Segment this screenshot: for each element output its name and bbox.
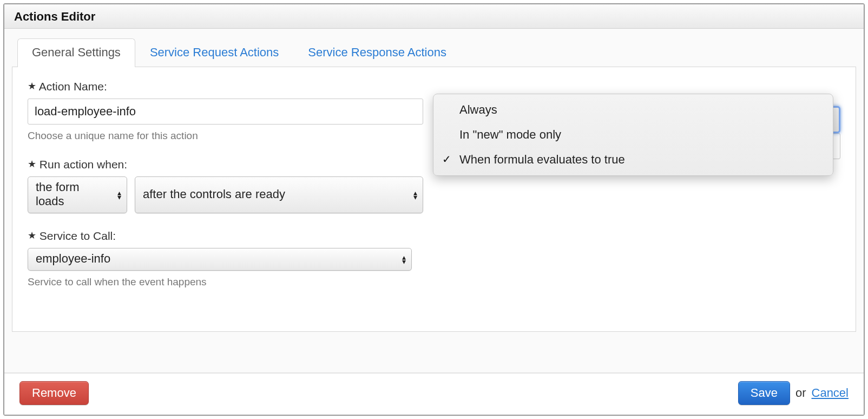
run-action-when-label: ★ Run action when: (28, 158, 423, 171)
action-name-label-text: Action Name: (39, 80, 107, 93)
dialog-body: General Settings Service Request Actions… (4, 29, 864, 372)
dialog-title: Actions Editor (4, 4, 864, 29)
remove-button[interactable]: Remove (19, 381, 89, 405)
service-hint: Service to call when the event happens (28, 276, 423, 288)
service-to-call-select[interactable]: employee-info (28, 248, 412, 271)
chevron-updown-icon (413, 191, 417, 199)
dialog-footer: Remove Save or Cancel (4, 372, 864, 415)
run-when-phase-select[interactable]: after the controls are ready (135, 176, 423, 213)
chevron-updown-icon (402, 255, 406, 264)
run-when-phase-value: after the controls are ready (143, 187, 285, 201)
action-name-input[interactable] (28, 99, 423, 125)
required-star-icon: ★ (28, 159, 36, 169)
service-label-text: Service to Call: (40, 230, 116, 242)
action-name-label: ★ Action Name: (28, 80, 423, 93)
or-text: or (795, 386, 806, 400)
tab-bar: General Settings Service Request Actions… (17, 38, 856, 67)
condition-option-always[interactable]: Always (433, 97, 833, 122)
condition-option-formula-true[interactable]: When formula evaluates to true (433, 147, 833, 172)
tab-general-settings[interactable]: General Settings (17, 38, 135, 67)
condition-option-new-mode[interactable]: In "new" mode only (433, 122, 833, 147)
service-to-call-label: ★ Service to Call: (28, 230, 423, 243)
run-when-trigger-select[interactable]: the form loads (28, 176, 127, 213)
run-when-label-text: Run action when: (40, 158, 127, 171)
tab-service-request-actions[interactable]: Service Request Actions (135, 38, 293, 67)
actions-editor-dialog: Actions Editor General Settings Service … (3, 3, 865, 416)
cancel-link[interactable]: Cancel (812, 386, 849, 400)
service-value: employee-info (36, 252, 110, 266)
tab-service-response-actions[interactable]: Service Response Actions (293, 38, 461, 67)
required-star-icon: ★ (28, 230, 36, 241)
action-name-hint: Choose a unique name for this action (28, 130, 423, 142)
run-when-trigger-value: the form loads (36, 180, 107, 208)
chevron-updown-icon (117, 191, 121, 199)
save-button[interactable]: Save (738, 381, 790, 405)
condition-dropdown-menu: Always In "new" mode only When formula e… (433, 94, 833, 176)
required-star-icon: ★ (28, 81, 36, 91)
